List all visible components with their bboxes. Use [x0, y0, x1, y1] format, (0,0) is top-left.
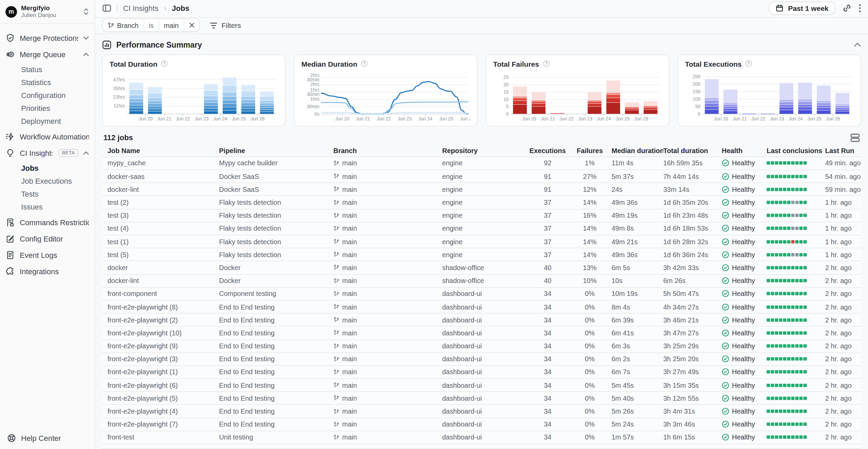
sidebar-item-merge-queue[interactable]: Merge Queue: [5, 47, 89, 62]
cell-branch: main: [333, 395, 442, 402]
branch-filter-chip[interactable]: Branch is main: [102, 19, 200, 32]
help-icon[interactable]: ?: [542, 60, 550, 68]
cell-branch: main: [333, 420, 442, 428]
table-row[interactable]: mypy_cacheMypy cache buildermainengine92…: [102, 157, 861, 170]
conclusion-success: [803, 201, 807, 204]
col-last-run[interactable]: Last Run: [825, 147, 861, 154]
table-row[interactable]: front-e2e-playwright (5)End to End testi…: [102, 392, 861, 405]
svg-text:250: 250: [692, 74, 700, 79]
table-row[interactable]: front-e2e-playwright (6)End to End testi…: [102, 379, 861, 392]
cell-job-name: front-e2e-playwright (8): [102, 303, 219, 311]
table-row[interactable]: test (4)Flaky tests detectionmainengine3…: [102, 222, 861, 235]
conclusion-success: [783, 266, 786, 269]
cell-executions: 40: [527, 277, 572, 284]
topbar-divider: [117, 4, 118, 13]
panel-toggle-icon[interactable]: [102, 4, 112, 13]
sidebar-item-event-logs[interactable]: Event Logs: [5, 247, 89, 262]
cell-health: Healthy: [722, 355, 767, 363]
sidebar-item-tests[interactable]: Tests: [5, 187, 89, 200]
table-row[interactable]: front-e2e-playwright (1)End to End testi…: [102, 366, 861, 379]
sidebar-item-deployment[interactable]: Deployment: [5, 115, 89, 128]
cell-median-duration: 10s: [612, 277, 663, 284]
table-row[interactable]: docker-lintDocker SaaSmainengine9112%24s…: [102, 183, 861, 196]
col-last-conclusions[interactable]: Last conclusions: [767, 147, 825, 154]
table-row[interactable]: test (2)Flaky tests detectionmainengine3…: [102, 196, 861, 209]
sidebar-item-job-executions[interactable]: Job Executions: [5, 174, 89, 187]
col-total-duration[interactable]: Total duration: [663, 147, 722, 154]
conclusion-success: [787, 397, 790, 400]
col-health[interactable]: Health: [722, 147, 767, 154]
conclusion-success: [787, 436, 790, 439]
col-failures[interactable]: Failures: [572, 147, 612, 154]
table-row[interactable]: test (3)Flaky tests detectionmainengine3…: [102, 209, 861, 222]
table-row[interactable]: dockerDockermainshadow-office4013%6m 5s3…: [102, 262, 861, 275]
git-branch-icon: [107, 22, 114, 29]
table-row[interactable]: front-e2e-playwright (4)End to End testi…: [102, 405, 861, 418]
sidebar-item-integrations[interactable]: Integrations: [5, 264, 89, 279]
kebab-menu-icon[interactable]: [858, 4, 861, 13]
sidebar-item-status[interactable]: Status: [5, 63, 89, 76]
col-branch[interactable]: Branch: [333, 147, 442, 154]
org-names: Mergifyio Julien Danjou: [21, 5, 79, 19]
breadcrumb-section[interactable]: CI Insights: [123, 4, 158, 13]
table-row[interactable]: test (5)Flaky tests detectionmainengine3…: [102, 248, 861, 261]
conclusion-success: [795, 279, 799, 282]
table-row[interactable]: docker-lintDockermainshadow-office4010%1…: [102, 275, 861, 287]
chip-remove-button[interactable]: [183, 19, 199, 32]
col-executions[interactable]: Executions: [527, 147, 572, 154]
chart-total-duration: 11hrs23hrs35hrs47hrsJun 20Jun 21Jun 22Ju…: [110, 71, 278, 122]
svg-text:Jun 24: Jun 24: [418, 116, 433, 121]
conclusion-success: [791, 410, 795, 413]
filters-button[interactable]: Filters: [209, 21, 241, 30]
git-branch-icon: [333, 173, 339, 180]
org-switcher[interactable]: m Mergifyio Julien Danjou: [0, 0, 95, 23]
conclusion-success: [779, 305, 782, 309]
conclusion-success: [803, 344, 807, 348]
help-center-button[interactable]: Help Center: [0, 427, 95, 449]
sidebar-item-workflow-automation[interactable]: Workflow Automation: [5, 129, 89, 144]
conclusion-success: [791, 422, 795, 426]
table-row[interactable]: docker-saasDocker SaaSmainengine9127%5m …: [102, 170, 861, 183]
conclusion-success: [779, 357, 782, 361]
row-density-icon[interactable]: [850, 133, 860, 143]
sidebar-item-priorities[interactable]: Priorities: [5, 102, 89, 115]
col-pipeline[interactable]: Pipeline: [219, 147, 333, 154]
check-circle-icon: [722, 316, 729, 323]
sidebar-item-jobs[interactable]: Jobs: [5, 162, 89, 174]
cell-median-duration: 49m 8s: [612, 225, 663, 232]
date-range-button[interactable]: Past 1 week: [769, 2, 835, 15]
collapse-chevron-up-icon[interactable]: [854, 43, 861, 47]
col-median-duration[interactable]: Median duration: [612, 147, 663, 154]
sidebar-item-config-editor[interactable]: Config Editor: [5, 231, 89, 246]
table-row[interactable]: front-e2e-playwright (10)End to End test…: [102, 327, 861, 340]
conclusion-success: [779, 331, 782, 335]
col-repository[interactable]: Repository: [442, 147, 527, 154]
conclusion-success: [775, 410, 778, 413]
sidebar-item-statistics[interactable]: Statistics: [5, 76, 89, 89]
table-row[interactable]: test (1)Flaky tests detectionmainengine3…: [102, 235, 861, 248]
conclusion-success: [803, 227, 807, 230]
help-icon[interactable]: ?: [361, 60, 368, 68]
help-icon[interactable]: ?: [745, 60, 753, 68]
table-row[interactable]: front-testUnit testingmaindashboard-ui34…: [102, 431, 861, 444]
table-row[interactable]: front-e2e-playwright (3)End to End testi…: [102, 353, 861, 366]
sidebar-item-issues[interactable]: Issues: [5, 200, 89, 213]
sidebar-item-commands-restrictions[interactable]: Commands Restrictions: [5, 215, 89, 230]
table-row[interactable]: front-e2e-playwright (9)End to End testi…: [102, 340, 861, 353]
help-icon[interactable]: ?: [161, 60, 168, 68]
conclusion-success: [799, 292, 803, 296]
svg-text:10: 10: [503, 97, 509, 102]
table-row[interactable]: front-e2e-playwright (7)End to End testi…: [102, 418, 861, 431]
sidebar-item-merge-protections[interactable]: Merge Protections: [5, 30, 89, 45]
git-branch-icon: [333, 186, 339, 193]
table-row[interactable]: front-e2e-playwright (8)End to End testi…: [102, 301, 861, 314]
sidebar-item-configuration[interactable]: Configuration: [5, 89, 89, 102]
health-label: Healthy: [732, 303, 755, 311]
table-row[interactable]: front-e2e-playwright (2)End to End testi…: [102, 314, 861, 327]
sidebar-item-ci-insights[interactable]: CI InsightsBETA: [5, 145, 89, 160]
table-row[interactable]: front-componentComponent testingmaindash…: [102, 288, 861, 301]
conclusion-success: [779, 201, 782, 204]
link-icon[interactable]: [842, 4, 852, 13]
health-label: Healthy: [732, 355, 755, 363]
col-job-name[interactable]: Job Name: [102, 147, 219, 154]
